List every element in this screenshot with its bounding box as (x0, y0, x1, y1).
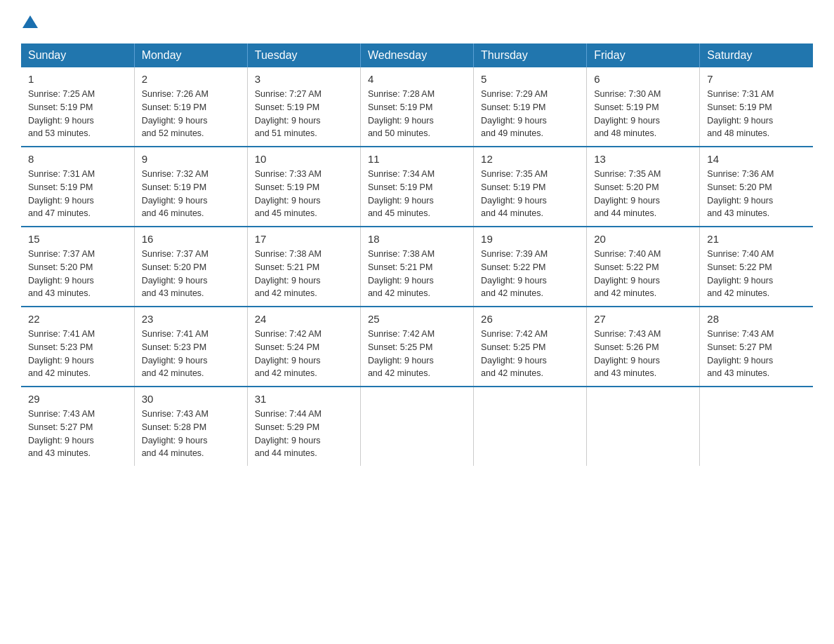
day-number: 9 (142, 153, 240, 165)
calendar-cell: 6 Sunrise: 7:30 AM Sunset: 5:19 PM Dayli… (587, 67, 700, 147)
logo (21, 14, 38, 29)
calendar-cell: 10 Sunrise: 7:33 AM Sunset: 5:19 PM Dayl… (247, 147, 360, 227)
day-info: Sunrise: 7:28 AM Sunset: 5:19 PM Dayligh… (368, 88, 466, 140)
calendar-cell: 23 Sunrise: 7:41 AM Sunset: 5:23 PM Dayl… (134, 307, 247, 387)
day-info: Sunrise: 7:41 AM Sunset: 5:23 PM Dayligh… (142, 328, 240, 380)
calendar-cell: 22 Sunrise: 7:41 AM Sunset: 5:23 PM Dayl… (21, 307, 134, 387)
day-number: 20 (594, 233, 692, 245)
day-number: 7 (707, 73, 806, 85)
calendar-cell: 18 Sunrise: 7:38 AM Sunset: 5:21 PM Dayl… (360, 227, 473, 307)
svg-marker-0 (22, 15, 38, 28)
day-info: Sunrise: 7:42 AM Sunset: 5:24 PM Dayligh… (255, 328, 353, 380)
calendar-cell: 2 Sunrise: 7:26 AM Sunset: 5:19 PM Dayli… (134, 67, 247, 147)
day-number: 25 (368, 313, 466, 325)
day-info: Sunrise: 7:39 AM Sunset: 5:22 PM Dayligh… (481, 248, 579, 300)
week-row-1: 1 Sunrise: 7:25 AM Sunset: 5:19 PM Dayli… (21, 67, 813, 147)
day-info: Sunrise: 7:38 AM Sunset: 5:21 PM Dayligh… (368, 248, 466, 300)
day-info: Sunrise: 7:33 AM Sunset: 5:19 PM Dayligh… (255, 168, 353, 220)
day-number: 5 (481, 73, 579, 85)
calendar-cell: 17 Sunrise: 7:38 AM Sunset: 5:21 PM Dayl… (247, 227, 360, 307)
calendar-cell: 3 Sunrise: 7:27 AM Sunset: 5:19 PM Dayli… (247, 67, 360, 147)
day-number: 30 (142, 393, 240, 405)
day-info: Sunrise: 7:32 AM Sunset: 5:19 PM Dayligh… (142, 168, 240, 220)
calendar-cell: 4 Sunrise: 7:28 AM Sunset: 5:19 PM Dayli… (360, 67, 473, 147)
day-number: 26 (481, 313, 579, 325)
day-number: 8 (28, 153, 127, 165)
calendar-cell: 29 Sunrise: 7:43 AM Sunset: 5:27 PM Dayl… (21, 387, 134, 466)
calendar-cell (700, 387, 813, 466)
day-info: Sunrise: 7:43 AM Sunset: 5:26 PM Dayligh… (594, 328, 692, 380)
calendar-cell: 13 Sunrise: 7:35 AM Sunset: 5:20 PM Dayl… (587, 147, 700, 227)
day-info: Sunrise: 7:36 AM Sunset: 5:20 PM Dayligh… (707, 168, 806, 220)
week-row-4: 22 Sunrise: 7:41 AM Sunset: 5:23 PM Dayl… (21, 307, 813, 387)
day-info: Sunrise: 7:27 AM Sunset: 5:19 PM Dayligh… (255, 88, 353, 140)
header-friday: Friday (587, 43, 700, 67)
calendar-cell: 26 Sunrise: 7:42 AM Sunset: 5:25 PM Dayl… (474, 307, 587, 387)
calendar-cell: 27 Sunrise: 7:43 AM Sunset: 5:26 PM Dayl… (587, 307, 700, 387)
day-number: 3 (255, 73, 353, 85)
day-info: Sunrise: 7:41 AM Sunset: 5:23 PM Dayligh… (28, 328, 127, 380)
calendar-cell: 12 Sunrise: 7:35 AM Sunset: 5:19 PM Dayl… (474, 147, 587, 227)
day-info: Sunrise: 7:25 AM Sunset: 5:19 PM Dayligh… (28, 88, 127, 140)
day-info: Sunrise: 7:29 AM Sunset: 5:19 PM Dayligh… (481, 88, 579, 140)
day-info: Sunrise: 7:26 AM Sunset: 5:19 PM Dayligh… (142, 88, 240, 140)
day-info: Sunrise: 7:35 AM Sunset: 5:20 PM Dayligh… (594, 168, 692, 220)
day-info: Sunrise: 7:35 AM Sunset: 5:19 PM Dayligh… (481, 168, 579, 220)
day-info: Sunrise: 7:37 AM Sunset: 5:20 PM Dayligh… (28, 248, 127, 300)
day-number: 2 (142, 73, 240, 85)
day-info: Sunrise: 7:42 AM Sunset: 5:25 PM Dayligh… (481, 328, 579, 380)
day-number: 14 (707, 153, 806, 165)
week-row-2: 8 Sunrise: 7:31 AM Sunset: 5:19 PM Dayli… (21, 147, 813, 227)
day-number: 18 (368, 233, 466, 245)
calendar-cell: 14 Sunrise: 7:36 AM Sunset: 5:20 PM Dayl… (700, 147, 813, 227)
day-number: 6 (594, 73, 692, 85)
calendar-cell: 24 Sunrise: 7:42 AM Sunset: 5:24 PM Dayl… (247, 307, 360, 387)
day-info: Sunrise: 7:30 AM Sunset: 5:19 PM Dayligh… (594, 88, 692, 140)
day-info: Sunrise: 7:40 AM Sunset: 5:22 PM Dayligh… (594, 248, 692, 300)
day-number: 24 (255, 313, 353, 325)
weekday-header-row: SundayMondayTuesdayWednesdayThursdayFrid… (21, 43, 813, 67)
calendar-cell (587, 387, 700, 466)
header-saturday: Saturday (700, 43, 813, 67)
header-thursday: Thursday (474, 43, 587, 67)
day-info: Sunrise: 7:31 AM Sunset: 5:19 PM Dayligh… (707, 88, 806, 140)
calendar-table: SundayMondayTuesdayWednesdayThursdayFrid… (21, 43, 813, 466)
calendar-cell: 19 Sunrise: 7:39 AM Sunset: 5:22 PM Dayl… (474, 227, 587, 307)
day-number: 22 (28, 313, 127, 325)
calendar-cell: 8 Sunrise: 7:31 AM Sunset: 5:19 PM Dayli… (21, 147, 134, 227)
day-number: 17 (255, 233, 353, 245)
calendar-cell: 15 Sunrise: 7:37 AM Sunset: 5:20 PM Dayl… (21, 227, 134, 307)
day-info: Sunrise: 7:34 AM Sunset: 5:19 PM Dayligh… (368, 168, 466, 220)
day-info: Sunrise: 7:31 AM Sunset: 5:19 PM Dayligh… (28, 168, 127, 220)
day-info: Sunrise: 7:43 AM Sunset: 5:27 PM Dayligh… (707, 328, 806, 380)
page-header (21, 14, 813, 29)
day-number: 11 (368, 153, 466, 165)
day-number: 28 (707, 313, 806, 325)
day-number: 23 (142, 313, 240, 325)
calendar-cell: 28 Sunrise: 7:43 AM Sunset: 5:27 PM Dayl… (700, 307, 813, 387)
day-number: 19 (481, 233, 579, 245)
calendar-cell (360, 387, 473, 466)
calendar-cell: 7 Sunrise: 7:31 AM Sunset: 5:19 PM Dayli… (700, 67, 813, 147)
calendar-cell: 21 Sunrise: 7:40 AM Sunset: 5:22 PM Dayl… (700, 227, 813, 307)
day-number: 16 (142, 233, 240, 245)
calendar-cell (474, 387, 587, 466)
calendar-cell: 9 Sunrise: 7:32 AM Sunset: 5:19 PM Dayli… (134, 147, 247, 227)
day-info: Sunrise: 7:40 AM Sunset: 5:22 PM Dayligh… (707, 248, 806, 300)
day-info: Sunrise: 7:38 AM Sunset: 5:21 PM Dayligh… (255, 248, 353, 300)
day-number: 13 (594, 153, 692, 165)
logo-triangle-icon (22, 14, 38, 29)
day-number: 15 (28, 233, 127, 245)
header-monday: Monday (134, 43, 247, 67)
header-tuesday: Tuesday (247, 43, 360, 67)
week-row-5: 29 Sunrise: 7:43 AM Sunset: 5:27 PM Dayl… (21, 387, 813, 466)
day-number: 31 (255, 393, 353, 405)
day-info: Sunrise: 7:43 AM Sunset: 5:28 PM Dayligh… (142, 408, 240, 460)
header-sunday: Sunday (21, 43, 134, 67)
day-number: 27 (594, 313, 692, 325)
week-row-3: 15 Sunrise: 7:37 AM Sunset: 5:20 PM Dayl… (21, 227, 813, 307)
calendar-cell: 20 Sunrise: 7:40 AM Sunset: 5:22 PM Dayl… (587, 227, 700, 307)
day-number: 29 (28, 393, 127, 405)
calendar-cell: 25 Sunrise: 7:42 AM Sunset: 5:25 PM Dayl… (360, 307, 473, 387)
day-number: 1 (28, 73, 127, 85)
